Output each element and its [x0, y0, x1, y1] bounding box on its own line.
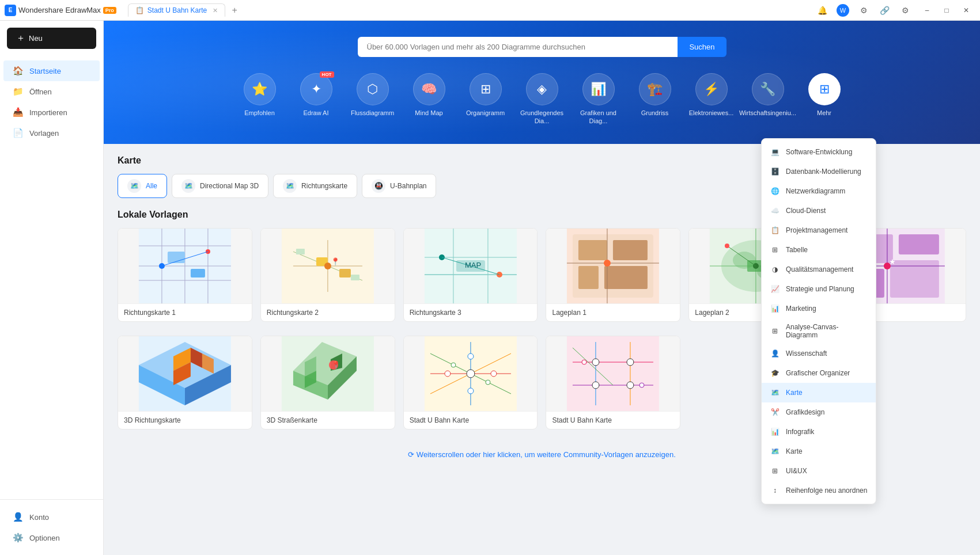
template-card-8[interactable]: 📍 3D Straßenkarte	[260, 336, 395, 429]
svg-rect-39	[604, 266, 648, 289]
titlebar-right: 🔔 W ⚙ 🔗 ⚙ – □ ✕	[814, 1, 975, 20]
dropdown-item-cloud[interactable]: ☁️ Cloud-Dienst	[762, 201, 876, 221]
dropdown-item-wissenschaft[interactable]: 👤 Wissenschaft	[762, 344, 876, 363]
template-card-9[interactable]: Stadt U Bahn Karte	[403, 336, 538, 429]
svg-text:★: ★	[889, 257, 896, 266]
dropdown-item-marketing[interactable]: 📊 Marketing	[762, 299, 876, 318]
mindmap-icon-circle: 🧠	[413, 73, 445, 105]
titlebar: E Wondershare EdrawMax Pro 📋 Stadt U Bah…	[0, 0, 980, 21]
category-grundlegendes[interactable]: ◈ Grundlegendes Dia...	[516, 73, 568, 126]
dropdown-item-software[interactable]: 💻 Software-Entwicklung	[762, 142, 876, 162]
dropdown-item-karte[interactable]: 🗺️ Karte	[762, 383, 876, 402]
wirt-icon-circle: 🔧	[752, 73, 784, 105]
window-controls: – □ ✕	[918, 1, 975, 20]
category-grundriss[interactable]: 🏗️ Grundriss	[629, 73, 681, 126]
open-icon: 📁	[13, 86, 24, 97]
svg-point-88	[468, 388, 474, 394]
add-tab-button[interactable]: +	[228, 3, 241, 17]
search-button[interactable]: Suchen	[678, 37, 726, 57]
titlebar-left: E Wondershare EdrawMax Pro 📋 Stadt U Bah…	[5, 3, 241, 17]
import-icon: 📥	[13, 107, 24, 117]
card-label-10: Stadt U Bahn Karte	[546, 411, 680, 429]
template-card-10[interactable]: Stadt U Bahn Karte	[546, 336, 680, 429]
dropdown-item-karte2[interactable]: 🗺️ Karte	[762, 442, 876, 461]
dropdown-item-infografik[interactable]: 📊 Infografik	[762, 422, 876, 442]
minimize-button[interactable]: –	[918, 1, 936, 20]
svg-text:📍: 📍	[331, 360, 341, 370]
template-card-3[interactable]: MAP Richtungskarte 3	[403, 228, 538, 322]
category-organigramm[interactable]: ⊞ Organigramm	[460, 73, 512, 126]
sidebar-item-account[interactable]: 👤 Konto	[3, 507, 100, 527]
hero-section: Suchen ⭐ Empfohlen ✦ HOT Edraw AI ⬡ Flus…	[104, 21, 980, 144]
card-label-1: Richtungskarte 1	[118, 303, 252, 321]
template-card-4[interactable]: Lageplan 1	[546, 228, 680, 322]
notification-icon[interactable]: 🔔	[814, 2, 830, 18]
maximize-button[interactable]: □	[937, 1, 956, 20]
datenbank-icon: 🗄️	[770, 166, 780, 177]
category-mindmap[interactable]: 🧠 Mind Map	[403, 73, 455, 126]
dropdown-item-uiux[interactable]: ⊞ UI&UX	[762, 461, 876, 481]
svg-rect-36	[578, 240, 607, 260]
sidebar-item-open[interactable]: 📁 Öffnen	[3, 81, 100, 102]
svg-rect-37	[613, 240, 648, 260]
close-button[interactable]: ✕	[957, 1, 975, 20]
category-empfohlen[interactable]: ⭐ Empfohlen	[234, 73, 286, 126]
card-thumb-3: MAP	[404, 229, 538, 303]
app-name: Wondershare EdrawMax	[18, 6, 101, 14]
software-icon: 💻	[770, 147, 780, 157]
dropdown-item-reihenfolge[interactable]: ↕ Reihenfolge neu anordnen	[762, 481, 876, 500]
settings-icon[interactable]: ⚙	[856, 2, 872, 18]
tab-stadtubahn[interactable]: 📋 Stadt U Bahn Karte ✕	[128, 3, 225, 17]
svg-point-97	[592, 359, 599, 366]
card-label-7: 3D Richtungskarte	[118, 411, 252, 429]
category-grafiken[interactable]: 📊 Grafiken und Diag...	[573, 73, 625, 126]
template-card-2[interactable]: 📍 Richtungskarte 2	[260, 228, 395, 322]
sidebar-item-options[interactable]: ⚙️ Optionen	[3, 527, 100, 548]
empfohlen-icon-circle: ⭐	[244, 73, 276, 105]
templates-icon: 📄	[13, 128, 24, 138]
dropdown-item-grafisch[interactable]: 🎓 Grafischer Organizer	[762, 363, 876, 383]
card-thumb-10	[546, 336, 680, 411]
alle-tab-icon: 🗺️	[127, 179, 141, 193]
map-image-7	[118, 336, 252, 411]
richtung-tab-icon: 🗺️	[283, 179, 297, 193]
filter-tab-ubahnplan[interactable]: 🚇 U-Bahnplan	[362, 174, 436, 198]
filter-tab-richtungskarte[interactable]: 🗺️ Richtungskarte	[273, 174, 357, 198]
filter-tab-alle[interactable]: 🗺️ Alle	[118, 174, 167, 198]
dropdown-item-grafikdesign[interactable]: ✂️ Grafikdesign	[762, 402, 876, 422]
dropdown-item-datenbank[interactable]: 🗄️ Datenbank-Modellierung	[762, 162, 876, 181]
user-settings-icon[interactable]: W	[835, 2, 851, 18]
search-bar: Suchen	[358, 37, 727, 57]
grundriss-icon-circle: 🏗️	[639, 73, 671, 105]
filter-tab-directional[interactable]: 🗺️ Directional Map 3D	[172, 174, 268, 198]
org-icon-circle: ⊞	[470, 73, 502, 105]
sidebar-item-templates[interactable]: 📄 Vorlagen	[3, 123, 100, 143]
qualitaet-icon: ◑	[770, 264, 780, 275]
dropdown-item-analyse[interactable]: ⊞ Analyse-Canvas-Diagramm	[762, 318, 876, 344]
sidebar-item-home[interactable]: 🏠 Startseite	[3, 60, 100, 81]
dropdown-item-tabelle[interactable]: ⊞ Tabelle	[762, 240, 876, 260]
category-flussdiagramm[interactable]: ⬡ Flussdiagramm	[347, 73, 399, 126]
new-button[interactable]: ＋ Neu	[7, 28, 96, 49]
category-wirtschaft[interactable]: 🔧 Wirtschaftsingeniu...	[742, 73, 794, 126]
search-input[interactable]	[358, 37, 678, 57]
category-edraw-ai[interactable]: ✦ HOT Edraw AI	[290, 73, 342, 126]
map-image-4	[546, 229, 680, 303]
svg-rect-19	[339, 269, 351, 278]
card-thumb-8: 📍	[261, 336, 395, 411]
svg-rect-55	[899, 234, 939, 254]
svg-rect-23	[351, 275, 360, 280]
dropdown-item-projekt[interactable]: 📋 Projektmanagement	[762, 221, 876, 240]
sidebar-item-import[interactable]: 📥 Importieren	[3, 102, 100, 123]
dropdown-item-strategie[interactable]: 📈 Strategie und Planung	[762, 279, 876, 299]
dropdown-item-qualitaet[interactable]: ◑ Qualitätsmanagement	[762, 260, 876, 279]
category-mehr[interactable]: ⊞ Mehr	[799, 73, 850, 126]
share-icon[interactable]: 🔗	[876, 2, 892, 18]
category-elektronik[interactable]: ⚡ Elektroniewes...	[686, 73, 737, 126]
tabelle-icon: ⊞	[770, 245, 780, 255]
options-icon: ⚙️	[13, 533, 24, 543]
help-icon[interactable]: ⚙	[897, 2, 913, 18]
template-card-1[interactable]: Richtungskarte 1	[118, 228, 252, 322]
template-card-7[interactable]: 3D Richtungskarte	[118, 336, 252, 429]
dropdown-item-netzwerk[interactable]: 🌐 Netzwerkdiagramm	[762, 181, 876, 201]
